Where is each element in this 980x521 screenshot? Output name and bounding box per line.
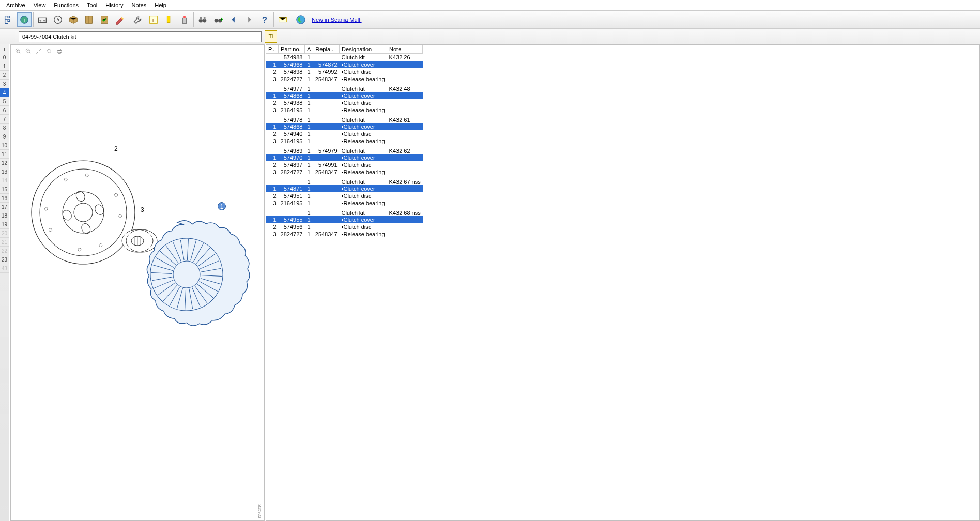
ruler-row[interactable]: 4 <box>0 88 9 97</box>
edit-icon[interactable] <box>113 12 127 27</box>
zoom-in-icon[interactable] <box>14 47 22 55</box>
ruler-row[interactable]: 1 <box>0 62 9 71</box>
ruler-row[interactable]: 23 <box>0 255 9 264</box>
ruler-row[interactable]: 19 <box>0 220 9 229</box>
ruler-row[interactable]: 21 <box>0 238 9 247</box>
fit-icon[interactable] <box>35 47 43 55</box>
table-row[interactable]: 5749881Clutch kitK432 26 <box>266 54 423 61</box>
menu-help[interactable]: Help <box>150 1 171 9</box>
diagram-ref: 315923 <box>257 504 262 518</box>
svg-text:i: i <box>24 17 25 23</box>
spray-icon[interactable] <box>177 12 192 27</box>
table-row[interactable]: 15749681574872•Clutch cover <box>266 61 423 68</box>
table-row[interactable]: 321641951•Release bearing <box>266 137 423 145</box>
refresh-icon[interactable] <box>45 47 53 55</box>
machine-icon[interactable] <box>35 12 50 27</box>
search-input[interactable] <box>19 31 262 42</box>
col-p[interactable]: P... <box>266 45 279 54</box>
mail-icon[interactable] <box>275 12 290 27</box>
forward-arrow-icon[interactable] <box>242 12 256 27</box>
table-row[interactable]: 3282472712548347•Release bearing <box>266 231 423 238</box>
gear-info-icon[interactable]: i <box>17 12 32 27</box>
table-row[interactable]: 1Clutch kitK432 67 nss <box>266 176 423 185</box>
table-row[interactable]: 15749551•Clutch cover <box>266 216 423 223</box>
row-ruler[interactable]: i012345678910111213141516171819202122234… <box>0 44 9 521</box>
box-icon[interactable] <box>66 12 81 27</box>
ruler-row[interactable]: 10 <box>0 141 9 150</box>
table-row[interactable]: 25749381•Clutch disc <box>266 99 423 106</box>
table-row[interactable]: 321641951•Release bearing <box>266 106 423 114</box>
ruler-row[interactable]: 18 <box>0 211 9 220</box>
table-header[interactable]: P... Part no. A Repla... Designation Not… <box>266 45 423 54</box>
col-designation[interactable]: Designation <box>340 45 387 54</box>
book-icon[interactable] <box>82 12 96 27</box>
ruler-row[interactable]: 0 <box>0 53 9 62</box>
clock-icon[interactable] <box>51 12 65 27</box>
table-row[interactable]: 15748681•Clutch cover <box>266 123 423 130</box>
ruler-row[interactable]: 12 <box>0 159 9 167</box>
book-check-icon[interactable] <box>97 12 112 27</box>
table-row[interactable]: 15748711•Clutch cover <box>266 185 423 192</box>
ruler-row[interactable]: 22 <box>0 247 9 255</box>
svg-rect-10 <box>183 16 186 18</box>
table-row[interactable]: 25748971574991•Clutch disc <box>266 161 423 168</box>
clutch-diagram-svg <box>16 63 259 404</box>
back-arrow-icon[interactable] <box>226 12 241 27</box>
table-row[interactable]: 15748681•Clutch cover <box>266 92 423 99</box>
table-row[interactable]: 3282472712548347•Release bearing <box>266 168 423 176</box>
ruler-row[interactable]: 43 <box>0 264 9 273</box>
col-replace[interactable]: Repla... <box>313 45 340 54</box>
parts-table[interactable]: P... Part no. A Repla... Designation Not… <box>266 45 423 238</box>
table-row[interactable]: 3282472712548347•Release bearing <box>266 75 423 83</box>
zoom-out-icon[interactable] <box>24 47 33 55</box>
col-a[interactable]: A <box>304 45 313 54</box>
ruler-row[interactable]: 11 <box>0 150 9 159</box>
menu-functions[interactable]: Functions <box>50 1 83 9</box>
help-icon[interactable]: ? <box>257 12 272 27</box>
tree-icon[interactable] <box>2 12 16 27</box>
ruler-row[interactable]: 15 <box>0 185 9 194</box>
ruler-row[interactable]: 14 <box>0 176 9 185</box>
table-row[interactable]: 25749511•Clutch disc <box>266 192 423 200</box>
ruler-row[interactable]: 5 <box>0 97 9 106</box>
table-row[interactable]: 25749401•Clutch disc <box>266 130 423 137</box>
new-link[interactable]: New in Scania Multi <box>312 17 362 23</box>
menu-view[interactable]: View <box>29 1 50 9</box>
menu-bar: Archive View Functions Tool History Note… <box>0 0 980 10</box>
binoculars-icon[interactable] <box>195 12 210 27</box>
col-note[interactable]: Note <box>387 45 423 54</box>
table-row[interactable]: 25749561•Clutch disc <box>266 223 423 231</box>
ruler-row[interactable]: 2 <box>0 71 9 80</box>
svg-point-19 <box>297 16 305 24</box>
table-row[interactable]: 5749781Clutch kitK432 61 <box>266 114 423 123</box>
table-row[interactable]: 5749771Clutch kitK432 48 <box>266 83 423 92</box>
highlight-icon[interactable] <box>162 12 176 27</box>
ti-icon[interactable]: Ti <box>146 12 161 27</box>
ti-button[interactable]: Ti <box>265 30 277 43</box>
ruler-row[interactable]: 20 <box>0 229 9 238</box>
menu-tool[interactable]: Tool <box>83 1 101 9</box>
table-row[interactable]: 25748981574992•Clutch disc <box>266 68 423 75</box>
ruler-row[interactable]: 17 <box>0 203 9 211</box>
table-row[interactable]: 321641951•Release bearing <box>266 200 423 207</box>
col-partno[interactable]: Part no. <box>279 45 305 54</box>
table-row[interactable]: 1Clutch kitK432 68 nss <box>266 207 423 216</box>
svg-text:Ti: Ti <box>151 18 155 23</box>
menu-archive[interactable]: Archive <box>2 1 29 9</box>
ruler-row[interactable]: 7 <box>0 115 9 124</box>
ruler-row[interactable]: 8 <box>0 124 9 132</box>
globe-icon[interactable] <box>294 12 308 27</box>
ruler-row[interactable]: 9 <box>0 132 9 141</box>
table-row[interactable]: 15749701•Clutch cover <box>266 154 423 161</box>
ruler-row[interactable]: 13 <box>0 167 9 176</box>
ruler-row[interactable]: i <box>0 44 9 53</box>
find-next-icon[interactable] <box>211 12 225 27</box>
menu-history[interactable]: History <box>101 1 127 9</box>
menu-notes[interactable]: Notes <box>127 1 150 9</box>
ruler-row[interactable]: 3 <box>0 80 9 88</box>
print-icon[interactable] <box>55 47 64 55</box>
table-row[interactable]: 5749891574979Clutch kitK432 62 <box>266 145 423 154</box>
ruler-row[interactable]: 16 <box>0 194 9 203</box>
wrench-icon[interactable] <box>131 12 145 27</box>
ruler-row[interactable]: 6 <box>0 106 9 115</box>
